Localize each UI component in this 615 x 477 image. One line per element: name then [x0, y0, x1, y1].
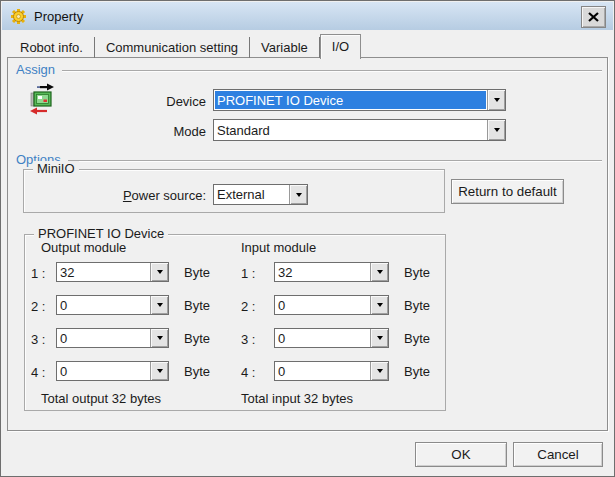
input-module-1-combobox[interactable]: 32	[274, 262, 389, 282]
gear-icon	[10, 8, 27, 25]
chevron-down-icon	[377, 336, 383, 340]
output-module-header: Output module	[41, 240, 126, 255]
assign-header-rule	[62, 70, 602, 72]
device-combobox-dropdown-button[interactable]	[487, 90, 505, 110]
chevron-down-icon	[157, 270, 163, 274]
tab-communication-setting[interactable]: Communication setting	[95, 37, 250, 58]
output-module-4-combobox[interactable]: 0	[56, 361, 169, 381]
chevron-down-icon	[157, 303, 163, 307]
output-module-1-value: 32	[57, 263, 150, 281]
output-row-3-unit: Byte	[184, 331, 210, 346]
tab-io[interactable]: I/O	[320, 34, 361, 59]
output-module-1-combobox[interactable]: 32	[56, 262, 169, 282]
tab-strip: Robot info. Communication setting Variab…	[9, 34, 361, 58]
device-combobox-value: PROFINET IO Device	[215, 91, 486, 109]
output-row-4-unit: Byte	[184, 364, 210, 379]
input-row-1-unit: Byte	[404, 265, 430, 280]
profinet-groupbox: PROFINET IO Device	[24, 234, 446, 411]
input-row-2-unit: Byte	[404, 298, 430, 313]
power-source-label: Power source:	[91, 188, 206, 203]
input-row-2-index: 2 :	[241, 299, 255, 314]
window-title: Property	[34, 9, 83, 24]
output-row-4-index: 4 :	[31, 365, 45, 380]
input-module-1-dropdown-button[interactable]	[370, 263, 388, 281]
output-module-3-combobox[interactable]: 0	[56, 328, 169, 348]
total-output-text: Total output 32 bytes	[41, 391, 161, 406]
cancel-button[interactable]: Cancel	[513, 442, 603, 467]
input-module-2-combobox[interactable]: 0	[274, 295, 389, 315]
ok-button[interactable]: OK	[415, 442, 507, 467]
output-module-2-combobox[interactable]: 0	[56, 295, 169, 315]
device-combobox[interactable]: PROFINET IO Device	[213, 89, 506, 111]
output-module-4-value: 0	[57, 362, 150, 380]
close-x-icon	[588, 12, 599, 22]
input-row-4-unit: Byte	[404, 364, 430, 379]
options-section-header: Options	[16, 152, 602, 167]
chevron-down-icon	[494, 128, 500, 132]
chevron-down-icon	[157, 336, 163, 340]
input-row-1-index: 1 :	[241, 266, 255, 281]
tab-variable[interactable]: Variable	[250, 37, 320, 58]
device-label: Device	[101, 94, 206, 109]
input-row-3-index: 3 :	[241, 332, 255, 347]
power-source-combobox-dropdown-button[interactable]	[289, 185, 307, 204]
output-row-3-index: 3 :	[31, 332, 45, 347]
input-module-3-combobox[interactable]: 0	[274, 328, 389, 348]
input-row-3-unit: Byte	[404, 331, 430, 346]
chevron-down-icon	[296, 193, 302, 197]
output-row-2-unit: Byte	[184, 298, 210, 313]
input-row-4-index: 4 :	[241, 365, 255, 380]
mode-combobox-dropdown-button[interactable]	[487, 120, 505, 140]
output-row-1-index: 1 :	[31, 266, 45, 281]
input-module-3-dropdown-button[interactable]	[370, 329, 388, 347]
chevron-down-icon	[377, 303, 383, 307]
chevron-down-icon	[157, 369, 163, 373]
output-module-3-value: 0	[57, 329, 150, 347]
mode-label: Mode	[101, 124, 206, 139]
profinet-groupbox-title: PROFINET IO Device	[34, 226, 168, 241]
output-row-1-unit: Byte	[184, 265, 210, 280]
input-module-4-dropdown-button[interactable]	[370, 362, 388, 380]
mode-combobox[interactable]: Standard	[213, 119, 506, 141]
output-module-2-dropdown-button[interactable]	[150, 296, 168, 314]
output-module-2-value: 0	[57, 296, 150, 314]
input-module-4-combobox[interactable]: 0	[274, 361, 389, 381]
close-button[interactable]	[581, 6, 606, 28]
input-module-2-dropdown-button[interactable]	[370, 296, 388, 314]
mode-combobox-value: Standard	[214, 120, 487, 140]
chevron-down-icon	[377, 369, 383, 373]
tab-robot-info[interactable]: Robot info.	[9, 37, 95, 58]
power-source-combobox[interactable]: External	[213, 184, 308, 205]
total-input-text: Total input 32 bytes	[241, 391, 353, 406]
miniio-groupbox-title: MiniIO	[33, 161, 79, 176]
title-bar[interactable]: Property	[2, 2, 613, 30]
chevron-down-icon	[377, 270, 383, 274]
power-source-combobox-value: External	[214, 185, 289, 204]
output-module-1-dropdown-button[interactable]	[150, 263, 168, 281]
input-module-header: Input module	[241, 240, 316, 255]
io-direction-arrows-icon	[28, 83, 56, 115]
assign-section-header: Assign	[16, 62, 602, 77]
assign-header-label: Assign	[16, 62, 55, 77]
property-dialog: Property Robot info. Communication setti…	[0, 0, 615, 477]
output-row-2-index: 2 :	[31, 299, 45, 314]
output-module-4-dropdown-button[interactable]	[150, 362, 168, 380]
input-module-3-value: 0	[275, 329, 370, 347]
chevron-down-icon	[494, 98, 500, 102]
output-module-3-dropdown-button[interactable]	[150, 329, 168, 347]
return-to-default-button[interactable]: Return to default	[451, 179, 564, 204]
input-module-1-value: 32	[275, 263, 370, 281]
options-header-rule	[68, 160, 602, 162]
input-module-2-value: 0	[275, 296, 370, 314]
input-module-4-value: 0	[275, 362, 370, 380]
